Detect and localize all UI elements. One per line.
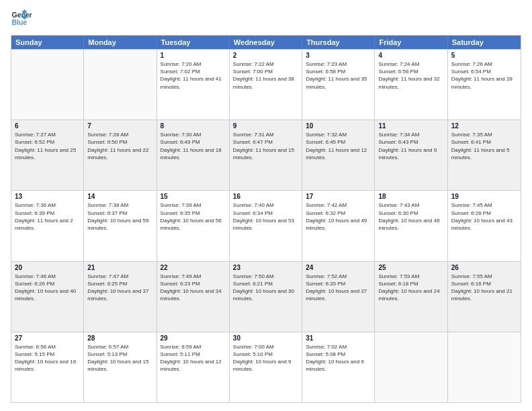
day-number: 29 [161,334,226,342]
calendar-cell: 8Sunrise: 7:30 AM Sunset: 6:49 PM Daylig… [157,120,230,190]
day-info: Sunrise: 6:56 AM Sunset: 5:15 PM Dayligh… [15,343,80,373]
day-info: Sunrise: 7:02 AM Sunset: 5:08 PM Dayligh… [306,343,371,373]
day-number: 3 [306,52,371,59]
day-info: Sunrise: 7:40 AM Sunset: 6:34 PM Dayligh… [233,201,298,232]
header-day-thursday: Thursday [302,36,375,49]
calendar-cell: 2Sunrise: 7:22 AM Sunset: 7:00 PM Daylig… [230,50,302,120]
day-info: Sunrise: 7:35 AM Sunset: 6:41 PM Dayligh… [451,131,517,161]
calendar-cell: 3Sunrise: 7:23 AM Sunset: 6:58 PM Daylig… [302,50,375,120]
calendar-cell: 13Sunrise: 7:36 AM Sunset: 6:39 PM Dayli… [11,191,84,261]
day-number: 18 [378,193,443,200]
calendar-cell [11,50,84,120]
day-info: Sunrise: 7:49 AM Sunset: 6:23 PM Dayligh… [161,273,226,303]
header-day-wednesday: Wednesday [230,36,302,49]
day-info: Sunrise: 7:46 AM Sunset: 6:26 PM Dayligh… [15,273,80,303]
day-info: Sunrise: 7:45 AM Sunset: 6:28 PM Dayligh… [451,201,517,232]
calendar-cell: 26Sunrise: 7:55 AM Sunset: 6:16 PM Dayli… [448,262,521,332]
day-info: Sunrise: 7:28 AM Sunset: 6:50 PM Dayligh… [87,131,152,161]
svg-text:Blue: Blue [12,19,28,26]
day-number: 19 [451,193,517,200]
logo: General Blue [11,8,32,30]
day-number: 16 [233,193,298,200]
day-info: Sunrise: 7:22 AM Sunset: 7:00 PM Dayligh… [233,60,298,91]
calendar-grid: SundayMondayTuesdayWednesdayThursdayFrid… [11,35,521,403]
day-number: 13 [15,193,80,200]
day-info: Sunrise: 7:50 AM Sunset: 6:21 PM Dayligh… [233,273,298,303]
calendar-cell: 7Sunrise: 7:28 AM Sunset: 6:50 PM Daylig… [84,120,157,190]
calendar-cell: 31Sunrise: 7:02 AM Sunset: 5:08 PM Dayli… [302,332,375,402]
calendar-cell: 17Sunrise: 7:42 AM Sunset: 6:32 PM Dayli… [302,191,375,261]
calendar-cell: 29Sunrise: 6:59 AM Sunset: 5:11 PM Dayli… [157,332,230,402]
day-number: 23 [233,264,298,271]
calendar-row-3: 13Sunrise: 7:36 AM Sunset: 6:39 PM Dayli… [11,190,521,261]
calendar-cell: 18Sunrise: 7:43 AM Sunset: 6:30 PM Dayli… [375,191,447,261]
day-info: Sunrise: 7:39 AM Sunset: 6:35 PM Dayligh… [161,201,226,232]
calendar-cell: 30Sunrise: 7:00 AM Sunset: 5:10 PM Dayli… [230,332,302,402]
day-number: 25 [378,264,443,271]
day-number: 10 [306,122,371,130]
day-info: Sunrise: 7:00 AM Sunset: 5:10 PM Dayligh… [233,343,298,373]
calendar-cell: 12Sunrise: 7:35 AM Sunset: 6:41 PM Dayli… [448,120,521,190]
header-day-friday: Friday [375,36,447,49]
calendar-cell: 20Sunrise: 7:46 AM Sunset: 6:26 PM Dayli… [11,262,84,332]
day-info: Sunrise: 7:38 AM Sunset: 6:37 PM Dayligh… [87,201,152,232]
day-number: 28 [87,334,152,342]
calendar-cell: 10Sunrise: 7:32 AM Sunset: 6:45 PM Dayli… [302,120,375,190]
day-number: 17 [306,193,371,200]
day-info: Sunrise: 6:59 AM Sunset: 5:11 PM Dayligh… [161,343,226,373]
day-number: 12 [451,122,517,130]
calendar-cell: 28Sunrise: 6:57 AM Sunset: 5:13 PM Dayli… [84,332,157,402]
day-number: 27 [15,334,80,342]
calendar-cell: 5Sunrise: 7:26 AM Sunset: 6:54 PM Daylig… [448,50,521,120]
day-number: 15 [161,193,226,200]
header-day-sunday: Sunday [11,36,84,49]
page-header: General Blue [11,8,521,30]
day-number: 9 [233,122,298,130]
calendar-cell: 27Sunrise: 6:56 AM Sunset: 5:15 PM Dayli… [11,332,84,402]
day-info: Sunrise: 6:57 AM Sunset: 5:13 PM Dayligh… [87,343,152,373]
calendar-cell: 1Sunrise: 7:20 AM Sunset: 7:02 PM Daylig… [157,50,230,120]
day-number: 22 [161,264,226,271]
day-info: Sunrise: 7:24 AM Sunset: 6:56 PM Dayligh… [378,60,443,91]
calendar-cell [375,332,447,402]
day-number: 20 [15,264,80,271]
calendar-row-1: 1Sunrise: 7:20 AM Sunset: 7:02 PM Daylig… [11,49,521,120]
day-info: Sunrise: 7:36 AM Sunset: 6:39 PM Dayligh… [15,201,80,232]
svg-text:General: General [12,11,32,19]
day-info: Sunrise: 7:52 AM Sunset: 6:20 PM Dayligh… [306,273,371,303]
day-info: Sunrise: 7:20 AM Sunset: 7:02 PM Dayligh… [161,60,226,91]
calendar-cell: 14Sunrise: 7:38 AM Sunset: 6:37 PM Dayli… [84,191,157,261]
calendar-cell: 24Sunrise: 7:52 AM Sunset: 6:20 PM Dayli… [302,262,375,332]
calendar-cell [448,332,521,402]
calendar-cell: 22Sunrise: 7:49 AM Sunset: 6:23 PM Dayli… [157,262,230,332]
calendar-cell: 19Sunrise: 7:45 AM Sunset: 6:28 PM Dayli… [448,191,521,261]
calendar-header: SundayMondayTuesdayWednesdayThursdayFrid… [11,36,521,49]
calendar-cell: 4Sunrise: 7:24 AM Sunset: 6:56 PM Daylig… [375,50,447,120]
calendar-cell [84,50,157,120]
day-info: Sunrise: 7:32 AM Sunset: 6:45 PM Dayligh… [306,131,371,161]
day-info: Sunrise: 7:43 AM Sunset: 6:30 PM Dayligh… [378,201,443,232]
day-info: Sunrise: 7:31 AM Sunset: 6:47 PM Dayligh… [233,131,298,161]
calendar-page: General Blue SundayMondayTuesdayWednesda… [0,0,532,411]
day-info: Sunrise: 7:30 AM Sunset: 6:49 PM Dayligh… [161,131,226,161]
calendar-row-2: 6Sunrise: 7:27 AM Sunset: 6:52 PM Daylig… [11,120,521,190]
day-number: 24 [306,264,371,271]
header-day-monday: Monday [84,36,157,49]
day-info: Sunrise: 7:23 AM Sunset: 6:58 PM Dayligh… [306,60,371,91]
day-info: Sunrise: 7:47 AM Sunset: 6:25 PM Dayligh… [87,273,152,303]
day-number: 5 [451,52,517,59]
calendar-cell: 21Sunrise: 7:47 AM Sunset: 6:25 PM Dayli… [84,262,157,332]
day-number: 4 [378,52,443,59]
day-number: 2 [233,52,298,59]
day-number: 8 [161,122,226,130]
day-number: 31 [306,334,371,342]
day-info: Sunrise: 7:42 AM Sunset: 6:32 PM Dayligh… [306,201,371,232]
day-number: 14 [87,193,152,200]
day-number: 7 [87,122,152,130]
day-info: Sunrise: 7:26 AM Sunset: 6:54 PM Dayligh… [451,60,517,91]
calendar-cell: 15Sunrise: 7:39 AM Sunset: 6:35 PM Dayli… [157,191,230,261]
day-number: 6 [15,122,80,130]
day-number: 26 [451,264,517,271]
logo-icon: General Blue [11,8,32,30]
calendar-cell: 16Sunrise: 7:40 AM Sunset: 6:34 PM Dayli… [230,191,302,261]
